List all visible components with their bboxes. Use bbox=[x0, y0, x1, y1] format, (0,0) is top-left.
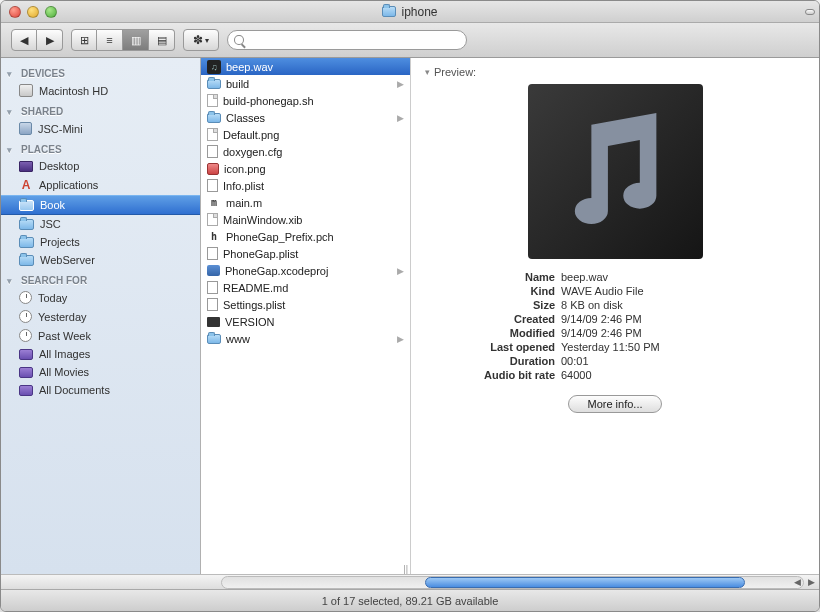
sidebar-item-label: All Documents bbox=[39, 384, 110, 396]
sidebar-item-macintosh-hd[interactable]: Macintosh HD bbox=[1, 81, 200, 100]
forward-button[interactable]: ▶ bbox=[37, 29, 63, 51]
fold-icon bbox=[207, 113, 221, 123]
scrollbar-track[interactable] bbox=[221, 576, 804, 589]
action-menu-button[interactable]: ✽ ▾ bbox=[183, 29, 219, 51]
meta-value: WAVE Audio File bbox=[561, 285, 785, 297]
img-icon bbox=[207, 163, 219, 175]
sidebar-item-today[interactable]: Today bbox=[1, 288, 200, 307]
sidebar: DevicesMacintosh HDSharedJSC-MiniPlacesD… bbox=[1, 58, 201, 574]
preview-thumbnail bbox=[528, 84, 703, 259]
file-row[interactable]: build-phonegap.sh bbox=[201, 92, 410, 109]
list-icon: ≡ bbox=[106, 34, 112, 46]
file-row[interactable]: doxygen.cfg bbox=[201, 143, 410, 160]
chevron-right-icon: ▶ bbox=[397, 334, 404, 344]
meta-value: 64000 bbox=[561, 369, 785, 381]
sidebar-item-label: JSC bbox=[40, 218, 61, 230]
sidebar-item-jsc-mini[interactable]: JSC-Mini bbox=[1, 119, 200, 138]
meta-value: Yesterday 11:50 PM bbox=[561, 341, 785, 353]
sidebar-item-label: Today bbox=[38, 292, 67, 304]
sidebar-item-all-images[interactable]: All Images bbox=[1, 345, 200, 363]
clock-icon bbox=[19, 291, 32, 304]
coverflow-icon: ▤ bbox=[157, 34, 167, 47]
view-buttons: ⊞ ≡ ▥ ▤ bbox=[71, 29, 175, 51]
search-input[interactable] bbox=[248, 34, 460, 46]
chevron-right-icon: ▶ bbox=[397, 79, 404, 89]
status-text: 1 of 17 selected, 89.21 GB available bbox=[322, 595, 499, 607]
folder-icon bbox=[19, 255, 34, 266]
file-row[interactable]: www▶ bbox=[201, 330, 410, 347]
sidebar-item-desktop[interactable]: Desktop bbox=[1, 157, 200, 175]
net-icon bbox=[19, 122, 32, 135]
sidebar-item-label: Applications bbox=[39, 179, 98, 191]
preview-header[interactable]: Preview: bbox=[425, 66, 805, 78]
minimize-button[interactable] bbox=[27, 6, 39, 18]
grid-icon: ⊞ bbox=[80, 34, 89, 47]
file-row[interactable]: build▶ bbox=[201, 75, 410, 92]
clock-icon bbox=[19, 310, 32, 323]
file-row[interactable]: ♫beep.wav bbox=[201, 58, 410, 75]
sidebar-item-label: Projects bbox=[40, 236, 80, 248]
file-row[interactable]: PhoneGap.xcodeproj▶ bbox=[201, 262, 410, 279]
sidebar-section-header[interactable]: Places bbox=[1, 138, 200, 157]
file-name: PhoneGap.xcodeproj bbox=[225, 265, 328, 277]
window-title-text: iphone bbox=[401, 5, 437, 19]
search-field[interactable] bbox=[227, 30, 467, 50]
desktop-icon bbox=[19, 161, 33, 172]
sidebar-item-label: All Movies bbox=[39, 366, 89, 378]
sidebar-section-header[interactable]: Shared bbox=[1, 100, 200, 119]
file-name: beep.wav bbox=[226, 61, 273, 73]
meta-value: 8 KB on disk bbox=[561, 299, 785, 311]
sidebar-section-header[interactable]: Devices bbox=[1, 62, 200, 81]
list-view-button[interactable]: ≡ bbox=[97, 29, 123, 51]
sidebar-item-jsc[interactable]: JSC bbox=[1, 215, 200, 233]
icon-view-button[interactable]: ⊞ bbox=[71, 29, 97, 51]
file-row[interactable]: VERSION bbox=[201, 313, 410, 330]
txt-icon bbox=[207, 247, 218, 260]
coverflow-view-button[interactable]: ▤ bbox=[149, 29, 175, 51]
file-column[interactable]: ♫beep.wavbuild▶build-phonegap.shClasses▶… bbox=[201, 58, 411, 574]
sidebar-item-applications[interactable]: AApplications bbox=[1, 175, 200, 195]
sidebar-item-projects[interactable]: Projects bbox=[1, 233, 200, 251]
sidebar-item-webserver[interactable]: WebServer bbox=[1, 251, 200, 269]
more-info-button[interactable]: More info... bbox=[568, 395, 661, 413]
file-name: icon.png bbox=[224, 163, 266, 175]
folder-icon bbox=[19, 219, 34, 230]
file-name: README.md bbox=[223, 282, 288, 294]
scrollbar-thumb[interactable] bbox=[425, 577, 745, 588]
file-name: Info.plist bbox=[223, 180, 264, 192]
txt-icon bbox=[207, 281, 218, 294]
scroll-right-button[interactable]: ▶ bbox=[804, 576, 818, 589]
file-row[interactable]: Classes▶ bbox=[201, 109, 410, 126]
sidebar-item-book[interactable]: Book bbox=[1, 195, 200, 215]
sidebar-item-past-week[interactable]: Past Week bbox=[1, 326, 200, 345]
sidebar-item-yesterday[interactable]: Yesterday bbox=[1, 307, 200, 326]
chevron-left-icon: ◀ bbox=[20, 34, 28, 47]
meta-value: 00:01 bbox=[561, 355, 785, 367]
file-row[interactable]: MainWindow.xib bbox=[201, 211, 410, 228]
zoom-button[interactable] bbox=[45, 6, 57, 18]
sidebar-item-all-documents[interactable]: All Documents bbox=[1, 381, 200, 399]
sidebar-section-header[interactable]: Search For bbox=[1, 269, 200, 288]
file-row[interactable]: icon.png bbox=[201, 160, 410, 177]
preview-pane: Preview: Namebeep.wavKindWAVE Audio File… bbox=[411, 58, 819, 574]
doc-icon bbox=[207, 213, 218, 226]
horizontal-scrollbar[interactable]: ◀ ▶ bbox=[1, 574, 819, 589]
file-row[interactable]: mmain.m bbox=[201, 194, 410, 211]
back-button[interactable]: ◀ bbox=[11, 29, 37, 51]
column-resize-handle[interactable]: || bbox=[403, 564, 408, 574]
nav-buttons: ◀ ▶ bbox=[11, 29, 63, 51]
smart-icon bbox=[19, 349, 33, 360]
file-row[interactable]: hPhoneGap_Prefix.pch bbox=[201, 228, 410, 245]
file-row[interactable]: Settings.plist bbox=[201, 296, 410, 313]
column-view-button[interactable]: ▥ bbox=[123, 29, 149, 51]
file-row[interactable]: Default.png bbox=[201, 126, 410, 143]
file-row[interactable]: PhoneGap.plist bbox=[201, 245, 410, 262]
scroll-left-button[interactable]: ◀ bbox=[790, 576, 804, 589]
titlebar[interactable]: iphone bbox=[1, 1, 819, 23]
file-row[interactable]: Info.plist bbox=[201, 177, 410, 194]
toolbar-toggle-button[interactable] bbox=[805, 9, 815, 15]
sidebar-item-all-movies[interactable]: All Movies bbox=[1, 363, 200, 381]
doc-icon bbox=[207, 94, 218, 107]
file-row[interactable]: README.md bbox=[201, 279, 410, 296]
close-button[interactable] bbox=[9, 6, 21, 18]
